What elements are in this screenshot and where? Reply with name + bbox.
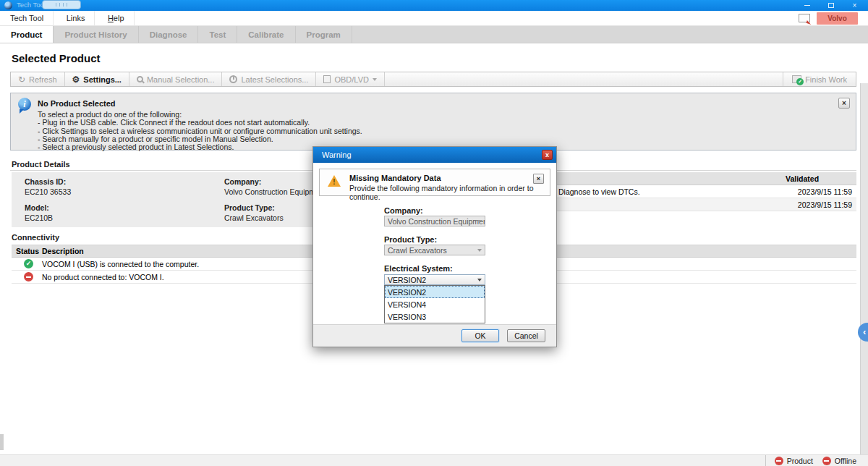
description-column-header: Description	[42, 247, 84, 255]
finish-work-label: Finish Work	[805, 75, 847, 84]
settings-label: Settings...	[83, 75, 122, 84]
refresh-label: Refresh	[29, 75, 57, 84]
dialog-electrical-system-select[interactable]: VERSION2	[384, 274, 485, 285]
finish-work-button[interactable]: ✓ Finish Work	[783, 72, 856, 86]
minimize-icon	[804, 5, 810, 6]
status-error-icon	[24, 272, 33, 281]
no-product-info-panel: i No Product Selected To select a produc…	[10, 93, 856, 151]
menubar: Tech Tool Links Help Volvo Trucks	[0, 11, 868, 26]
dialog-electrical-system-value: VERSION2	[388, 276, 426, 284]
obd-lvd-label: OBD/LVD	[334, 75, 368, 84]
window-controls: ×	[795, 0, 867, 11]
minus-icon	[26, 276, 31, 278]
offline-status-label: Offline	[835, 457, 856, 465]
clock-icon	[229, 75, 237, 83]
dialog-product-type-label: Product Type:	[384, 235, 437, 244]
connectivity-description: VOCOM I (USB) is connected to the comput…	[42, 260, 199, 268]
tab-test[interactable]: Test	[198, 26, 237, 43]
collapsed-side-panel	[860, 83, 868, 454]
search-icon	[137, 76, 143, 82]
chevron-left-icon: ‹	[863, 326, 866, 337]
dialog-product-type-select[interactable]: Crawl Excavators	[384, 245, 485, 255]
dialog-product-type-value: Crawl Excavators	[388, 246, 447, 255]
chassis-id-value: EC210 36533	[25, 187, 71, 196]
menu-help[interactable]: Help	[98, 11, 135, 25]
row-validated-date: 2023/9/15 11:59	[798, 200, 852, 209]
info-close-button[interactable]: ×	[838, 98, 850, 109]
dropdown-option-version4[interactable]: VERSION4	[385, 298, 485, 310]
tab-calibrate[interactable]: Calibrate	[237, 26, 295, 43]
status-column-header: Status	[16, 247, 39, 255]
alert-title: Missing Mandatory Data	[349, 174, 441, 182]
refresh-icon: ↻	[18, 75, 25, 84]
latest-selections-button[interactable]: Latest Selections...	[222, 72, 316, 86]
cancel-button[interactable]: Cancel	[507, 329, 545, 342]
left-edge-handle	[0, 434, 4, 450]
chevron-down-icon	[477, 220, 482, 223]
statusbar-indicators: Product Offline	[765, 455, 862, 466]
ok-button[interactable]: OK	[461, 329, 499, 342]
gear-icon: ⚙	[72, 75, 80, 84]
window-titlebar: Tech Tool ×	[0, 0, 868, 11]
window-title: Tech Tool	[17, 1, 46, 9]
app-icon	[4, 1, 12, 9]
dropdown-option-version2[interactable]: VERSION2	[385, 286, 485, 298]
document-icon	[323, 75, 331, 83]
main-tabbar: Product Product History Diagnose Test Ca…	[0, 26, 868, 43]
check-icon: ✓	[796, 78, 804, 85]
connectivity-description: No product connected to: VOCOM I.	[42, 273, 164, 281]
tab-program[interactable]: Program	[296, 26, 352, 43]
chevron-down-icon	[477, 279, 482, 281]
alert-message: Provide the following mandatory informat…	[349, 184, 550, 201]
row-text: Diagnose to view DTCs.	[558, 187, 640, 196]
dialog-electrical-system-label: Electrical System:	[384, 264, 453, 273]
manual-selection-button[interactable]: Manual Selection...	[129, 72, 223, 86]
product-type-value: Crawl Excavators	[224, 213, 284, 222]
tab-diagnose[interactable]: Diagnose	[139, 26, 199, 43]
validated-column-header: Validated	[786, 174, 819, 183]
model-value: EC210B	[25, 213, 53, 222]
product-details-title: Product Details	[12, 160, 70, 169]
offline-status-icon	[822, 457, 831, 465]
dialog-company-select[interactable]: Volvo Construction Equipment	[384, 216, 485, 226]
menu-links[interactable]: Links	[57, 11, 95, 25]
warning-dialog: Warning x ! Missing Mandatory Data Provi…	[312, 146, 557, 347]
obd-lvd-button[interactable]: OBD/LVD	[316, 72, 384, 86]
maximize-icon	[828, 3, 834, 8]
dropdown-option-version3[interactable]: VERSION3	[385, 310, 485, 323]
volvo-trucks-badge[interactable]: Volvo Trucks	[817, 12, 858, 25]
menu-tech-tool[interactable]: Tech Tool	[0, 11, 54, 25]
capsule-ticks	[53, 3, 70, 7]
electrical-system-dropdown-list: VERSION2 VERSION4 VERSION3	[384, 285, 485, 323]
tab-product-history[interactable]: Product History	[54, 26, 138, 43]
communication-unit-icon[interactable]	[799, 14, 810, 22]
chevron-down-icon	[477, 249, 482, 252]
info-text: To select a product do one of the follow…	[38, 111, 362, 151]
row-validated-date: 2023/9/15 11:59	[798, 187, 852, 196]
maximize-button[interactable]	[819, 0, 843, 11]
close-icon: ×	[853, 1, 857, 9]
tech-tool-window: Tech Tool × Tech Tool Links Help Volvo T…	[0, 0, 868, 466]
tab-product[interactable]: Product	[0, 26, 54, 43]
info-icon: i	[18, 98, 31, 111]
refresh-button[interactable]: ↻ Refresh	[11, 72, 65, 86]
alert-close-button[interactable]: ×	[533, 174, 544, 184]
statusbar: Product Offline	[0, 454, 868, 466]
warning-exclamation: !	[328, 178, 341, 186]
chevron-down-icon	[373, 78, 377, 81]
connectivity-title: Connectivity	[12, 233, 59, 242]
dialog-close-button[interactable]: x	[542, 150, 553, 160]
manual-selection-label: Manual Selection...	[147, 75, 215, 84]
dialog-company-value: Volvo Construction Equipment	[388, 217, 485, 226]
minus-icon	[776, 460, 781, 462]
product-status-label: Product	[787, 457, 813, 465]
chassis-id-label: Chassis ID:	[25, 177, 66, 186]
dialog-company-label: Company:	[384, 206, 423, 215]
page-title: Selected Product	[12, 52, 101, 64]
settings-button[interactable]: ⚙ Settings...	[65, 72, 129, 86]
company-value: Volvo Construction Equipment	[224, 187, 326, 196]
minimize-button[interactable]	[795, 0, 819, 11]
company-label: Company:	[224, 177, 261, 186]
latest-selections-label: Latest Selections...	[241, 75, 308, 84]
close-button[interactable]: ×	[843, 0, 867, 11]
